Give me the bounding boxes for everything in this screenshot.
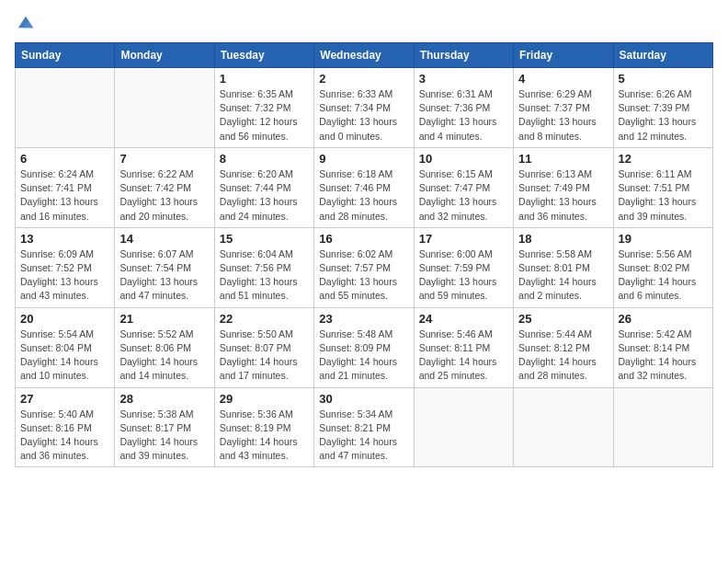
day-info: Sunrise: 6:09 AMSunset: 7:52 PMDaylight:… <box>20 247 109 304</box>
day-of-week-header: Monday <box>115 43 214 68</box>
day-info: Sunrise: 5:38 AMSunset: 8:17 PMDaylight:… <box>119 408 209 464</box>
day-info: Sunrise: 6:35 AMSunset: 7:32 PMDaylight:… <box>220 87 309 144</box>
calendar-week-row: 13Sunrise: 6:09 AMSunset: 7:52 PMDayligh… <box>16 227 713 307</box>
day-number: 6 <box>20 152 109 166</box>
day-number: 20 <box>20 312 109 326</box>
calendar-day-cell: 2Sunrise: 6:33 AMSunset: 7:34 PMDaylight… <box>314 68 414 148</box>
day-number: 13 <box>20 232 109 246</box>
day-number: 1 <box>220 72 309 86</box>
day-info: Sunrise: 6:24 AMSunset: 7:41 PMDaylight:… <box>20 167 109 224</box>
day-number: 3 <box>419 72 508 86</box>
day-number: 28 <box>119 392 209 406</box>
day-of-week-header: Tuesday <box>214 43 313 68</box>
day-number: 4 <box>518 72 608 86</box>
calendar-day-cell: 14Sunrise: 6:07 AMSunset: 7:54 PMDayligh… <box>115 227 214 307</box>
day-number: 16 <box>319 232 408 246</box>
day-info: Sunrise: 5:44 AMSunset: 8:12 PMDaylight:… <box>518 327 608 384</box>
calendar-day-cell: 1Sunrise: 6:35 AMSunset: 7:32 PMDaylight… <box>214 68 313 148</box>
day-info: Sunrise: 5:40 AMSunset: 8:16 PMDaylight:… <box>20 408 109 464</box>
calendar-day-cell: 12Sunrise: 6:11 AMSunset: 7:51 PMDayligh… <box>613 147 712 227</box>
calendar-day-cell <box>514 387 613 467</box>
logo <box>15 15 35 31</box>
calendar-day-cell: 17Sunrise: 6:00 AMSunset: 7:59 PMDayligh… <box>414 227 513 307</box>
day-info: Sunrise: 6:18 AMSunset: 7:46 PMDaylight:… <box>319 167 408 224</box>
calendar-day-cell: 25Sunrise: 5:44 AMSunset: 8:12 PMDayligh… <box>514 307 613 387</box>
day-of-week-header: Sunday <box>16 43 115 68</box>
day-number: 27 <box>20 392 109 406</box>
day-info: Sunrise: 5:56 AMSunset: 8:02 PMDaylight:… <box>619 247 708 304</box>
day-info: Sunrise: 6:15 AMSunset: 7:47 PMDaylight:… <box>419 167 508 224</box>
day-number: 21 <box>119 312 209 326</box>
day-info: Sunrise: 6:13 AMSunset: 7:49 PMDaylight:… <box>518 167 608 224</box>
day-info: Sunrise: 6:29 AMSunset: 7:37 PMDaylight:… <box>518 87 608 144</box>
calendar-day-cell: 8Sunrise: 6:20 AMSunset: 7:44 PMDaylight… <box>214 147 313 227</box>
calendar-day-cell: 10Sunrise: 6:15 AMSunset: 7:47 PMDayligh… <box>414 147 513 227</box>
day-number: 11 <box>518 152 608 166</box>
day-number: 26 <box>619 312 708 326</box>
day-info: Sunrise: 6:00 AMSunset: 7:59 PMDaylight:… <box>419 247 508 304</box>
day-number: 29 <box>220 392 309 406</box>
day-number: 5 <box>619 72 708 86</box>
day-number: 10 <box>419 152 508 166</box>
day-info: Sunrise: 5:48 AMSunset: 8:09 PMDaylight:… <box>319 327 408 384</box>
day-info: Sunrise: 6:07 AMSunset: 7:54 PMDaylight:… <box>119 247 209 304</box>
day-info: Sunrise: 6:04 AMSunset: 7:56 PMDaylight:… <box>220 247 309 304</box>
day-info: Sunrise: 5:42 AMSunset: 8:14 PMDaylight:… <box>619 327 708 384</box>
day-number: 15 <box>220 232 309 246</box>
day-number: 23 <box>319 312 408 326</box>
calendar-day-cell: 16Sunrise: 6:02 AMSunset: 7:57 PMDayligh… <box>314 227 414 307</box>
day-info: Sunrise: 5:54 AMSunset: 8:04 PMDaylight:… <box>20 327 109 384</box>
day-info: Sunrise: 5:52 AMSunset: 8:06 PMDaylight:… <box>119 327 209 384</box>
calendar-day-cell: 11Sunrise: 6:13 AMSunset: 7:49 PMDayligh… <box>514 147 613 227</box>
calendar-day-cell: 3Sunrise: 6:31 AMSunset: 7:36 PMDaylight… <box>414 68 513 148</box>
calendar-day-cell: 27Sunrise: 5:40 AMSunset: 8:16 PMDayligh… <box>16 387 115 467</box>
day-info: Sunrise: 5:46 AMSunset: 8:11 PMDaylight:… <box>419 327 508 384</box>
calendar-day-cell: 5Sunrise: 6:26 AMSunset: 7:39 PMDaylight… <box>613 68 712 148</box>
day-info: Sunrise: 5:34 AMSunset: 8:21 PMDaylight:… <box>319 408 408 464</box>
day-number: 19 <box>619 232 708 246</box>
day-number: 25 <box>518 312 608 326</box>
day-info: Sunrise: 6:02 AMSunset: 7:57 PMDaylight:… <box>319 247 408 304</box>
logo-icon <box>17 13 35 31</box>
calendar-day-cell: 30Sunrise: 5:34 AMSunset: 8:21 PMDayligh… <box>314 387 414 467</box>
calendar-day-cell: 18Sunrise: 5:58 AMSunset: 8:01 PMDayligh… <box>514 227 613 307</box>
calendar-day-cell: 26Sunrise: 5:42 AMSunset: 8:14 PMDayligh… <box>613 307 712 387</box>
calendar-day-cell: 15Sunrise: 6:04 AMSunset: 7:56 PMDayligh… <box>214 227 313 307</box>
day-number: 14 <box>119 232 209 246</box>
day-number: 2 <box>319 72 408 86</box>
day-number: 24 <box>419 312 508 326</box>
calendar-day-cell <box>16 68 115 148</box>
day-number: 18 <box>518 232 608 246</box>
calendar-week-row: 1Sunrise: 6:35 AMSunset: 7:32 PMDaylight… <box>16 68 713 148</box>
day-info: Sunrise: 6:33 AMSunset: 7:34 PMDaylight:… <box>319 87 408 144</box>
day-number: 9 <box>319 152 408 166</box>
day-number: 8 <box>220 152 309 166</box>
day-info: Sunrise: 5:50 AMSunset: 8:07 PMDaylight:… <box>220 327 309 384</box>
page-header <box>15 15 713 31</box>
day-info: Sunrise: 6:31 AMSunset: 7:36 PMDaylight:… <box>419 87 508 144</box>
calendar-day-cell: 28Sunrise: 5:38 AMSunset: 8:17 PMDayligh… <box>115 387 214 467</box>
calendar-table: SundayMondayTuesdayWednesdayThursdayFrid… <box>15 42 713 467</box>
day-number: 22 <box>220 312 309 326</box>
calendar-day-cell: 13Sunrise: 6:09 AMSunset: 7:52 PMDayligh… <box>16 227 115 307</box>
calendar-day-cell <box>115 68 214 148</box>
day-info: Sunrise: 6:20 AMSunset: 7:44 PMDaylight:… <box>220 167 309 224</box>
day-of-week-header: Friday <box>514 43 613 68</box>
day-number: 17 <box>419 232 508 246</box>
day-info: Sunrise: 6:26 AMSunset: 7:39 PMDaylight:… <box>619 87 708 144</box>
day-info: Sunrise: 6:22 AMSunset: 7:42 PMDaylight:… <box>119 167 209 224</box>
day-number: 7 <box>119 152 209 166</box>
day-of-week-header: Thursday <box>414 43 513 68</box>
calendar-day-cell <box>414 387 513 467</box>
calendar-week-row: 27Sunrise: 5:40 AMSunset: 8:16 PMDayligh… <box>16 387 713 467</box>
calendar-day-cell: 21Sunrise: 5:52 AMSunset: 8:06 PMDayligh… <box>115 307 214 387</box>
calendar-day-cell: 4Sunrise: 6:29 AMSunset: 7:37 PMDaylight… <box>514 68 613 148</box>
day-number: 12 <box>619 152 708 166</box>
calendar-day-cell: 7Sunrise: 6:22 AMSunset: 7:42 PMDaylight… <box>115 147 214 227</box>
day-number: 30 <box>319 392 408 406</box>
calendar-day-cell: 29Sunrise: 5:36 AMSunset: 8:19 PMDayligh… <box>214 387 313 467</box>
calendar-day-cell: 24Sunrise: 5:46 AMSunset: 8:11 PMDayligh… <box>414 307 513 387</box>
calendar-day-cell: 6Sunrise: 6:24 AMSunset: 7:41 PMDaylight… <box>16 147 115 227</box>
calendar-day-cell: 23Sunrise: 5:48 AMSunset: 8:09 PMDayligh… <box>314 307 414 387</box>
calendar-week-row: 6Sunrise: 6:24 AMSunset: 7:41 PMDaylight… <box>16 147 713 227</box>
